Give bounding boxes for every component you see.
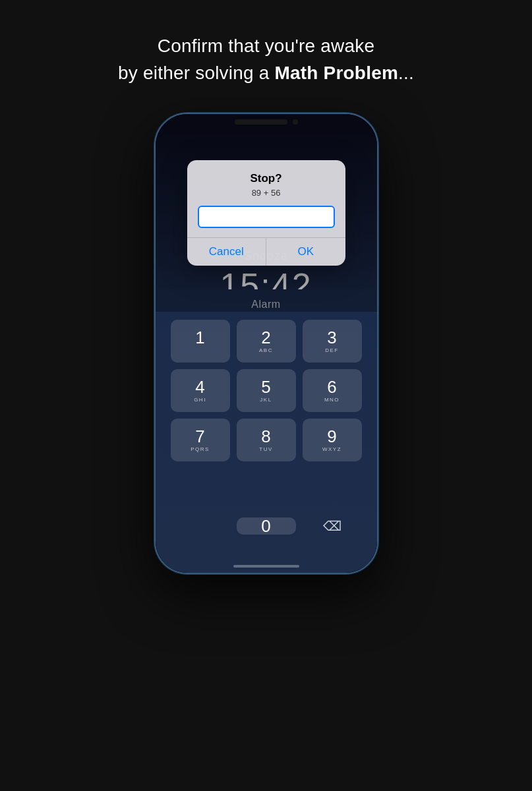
- keypad-last-row: 0 ⌫: [164, 517, 369, 535]
- headline-line2: by either solving a Math Problem...: [118, 63, 414, 83]
- key-3[interactable]: 3 DEF: [303, 320, 362, 363]
- keypad-grid: 1 2 ABC 3 DEF 4 GHI: [164, 320, 369, 511]
- key-delete[interactable]: ⌫: [303, 517, 362, 535]
- key-4[interactable]: 4 GHI: [171, 369, 230, 412]
- key-7[interactable]: 7 PQRS: [171, 419, 230, 461]
- key-0[interactable]: 0: [237, 517, 296, 535]
- dialog-box: Stop? 89 + 56 Cancel OK: [187, 160, 345, 266]
- dialog-overlay: Stop? 89 + 56 Cancel OK: [156, 114, 377, 312]
- key-empty: [171, 517, 230, 535]
- dialog-answer-input[interactable]: [198, 206, 335, 228]
- key-1[interactable]: 1: [171, 320, 230, 363]
- phone-mockup: Snooze 15:42 Stop? 89 + 56 Cancel OK: [154, 113, 378, 574]
- key-8[interactable]: 8 TUV: [237, 419, 296, 461]
- delete-icon: ⌫: [323, 518, 341, 534]
- dialog-title: Stop?: [198, 172, 335, 185]
- key-2[interactable]: 2 ABC: [237, 320, 296, 363]
- dialog-math-problem: 89 + 56: [198, 188, 335, 198]
- key-9[interactable]: 9 WXYZ: [303, 419, 362, 461]
- keypad-area: Alarm 1 2 ABC 3 DEF: [156, 289, 377, 573]
- dialog-buttons: Cancel OK: [187, 237, 345, 266]
- dialog-cancel-button[interactable]: Cancel: [187, 238, 267, 266]
- phone-screen: Snooze 15:42 Stop? 89 + 56 Cancel OK: [156, 114, 377, 573]
- dialog-ok-button[interactable]: OK: [266, 238, 345, 266]
- key-5[interactable]: 5 JKL: [237, 369, 296, 412]
- key-6[interactable]: 6 MNO: [303, 369, 362, 412]
- dialog-content: Stop? 89 + 56: [187, 160, 345, 237]
- phone-frame: Snooze 15:42 Stop? 89 + 56 Cancel OK: [154, 113, 378, 574]
- headline-text: Confirm that you're awake by either solv…: [118, 33, 414, 86]
- home-indicator: [233, 565, 299, 568]
